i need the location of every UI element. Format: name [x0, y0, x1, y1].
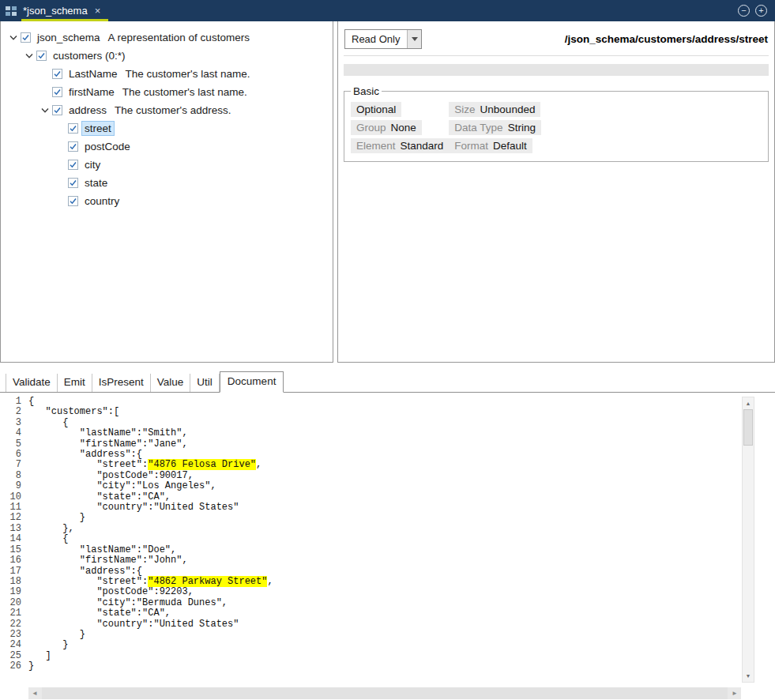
tree-item-lastname[interactable]: LastNameThe customer's last name.	[1, 65, 333, 83]
element-icon	[68, 196, 82, 206]
prop-format: FormatDefault	[449, 138, 532, 153]
line-number: 11	[0, 502, 21, 513]
code-text: "state":"CA",	[28, 492, 171, 502]
tree-item-firstname[interactable]: firstNameThe customer's last name.	[1, 83, 333, 101]
tree-item-label: state	[82, 176, 110, 190]
close-icon[interactable]: ×	[95, 5, 101, 17]
tab-ispresent[interactable]: IsPresent	[92, 374, 151, 392]
basic-fields: OptionalSizeUnboundedGroupNoneData TypeS…	[351, 102, 762, 153]
tree-item-label: country	[82, 194, 122, 208]
code-line[interactable]: 8 "postCode":90017,	[0, 471, 775, 481]
prop-group: GroupNone	[351, 120, 422, 135]
element-icon	[52, 69, 66, 79]
schema-path: /json_schema/customers/address/street	[565, 33, 768, 45]
line-number: 2	[0, 407, 21, 417]
tree-item-address[interactable]: addressThe customer's address.	[1, 101, 333, 119]
code-line[interactable]: 22 "country":"United States"	[0, 619, 775, 630]
chevron-down-icon[interactable]	[37, 108, 52, 113]
code-line[interactable]: 14 {	[0, 534, 775, 544]
horizontal-scroll-track[interactable]	[42, 687, 728, 699]
code-text: "postCode":90017,	[28, 471, 194, 481]
tab-value[interactable]: Value	[151, 374, 191, 392]
tree-item-description: The customer's last name.	[122, 86, 247, 98]
code-line[interactable]: 25 ]	[0, 651, 775, 661]
vertical-scrollbar[interactable]: ▲ ▼	[742, 397, 754, 683]
code-line[interactable]: 24 }	[0, 640, 775, 650]
prop-label: Format	[454, 140, 488, 152]
tree-item-street[interactable]: street	[1, 119, 333, 137]
code-text: "address":{	[28, 566, 142, 577]
expand-all-icon[interactable]: +	[755, 5, 767, 17]
code-line[interactable]: 23 }	[0, 630, 775, 640]
document-tab-json-schema[interactable]: *json_schema ×	[21, 0, 108, 21]
code-line[interactable]: 3 {	[0, 418, 775, 428]
code-line[interactable]: 13 },	[0, 524, 775, 534]
tree-item-country[interactable]: country	[1, 192, 333, 210]
document-editor[interactable]: 1{2 "customers":[3 {4 "lastName":"Smith"…	[0, 393, 775, 687]
line-number: 12	[0, 513, 21, 523]
code-text: {	[28, 397, 34, 407]
code-text: "postCode":92203,	[28, 587, 194, 597]
code-text: }	[28, 661, 34, 672]
collapse-all-icon[interactable]: −	[738, 5, 750, 17]
line-number: 8	[0, 471, 21, 481]
prop-value: Default	[493, 140, 527, 152]
code-line[interactable]: 9 "city":"Los Angeles",	[0, 481, 775, 491]
prop-label: Size	[454, 103, 475, 115]
chevron-down-icon[interactable]	[6, 36, 21, 40]
tree-item-state[interactable]: state	[1, 174, 333, 192]
main-split: json_schemaA representation of customers…	[0, 21, 775, 363]
line-number: 17	[0, 566, 21, 577]
tree-item-city[interactable]: city	[1, 156, 333, 174]
read-only-select[interactable]: Read Only	[344, 29, 422, 49]
tab-validate[interactable]: Validate	[6, 374, 58, 392]
vertical-scroll-thumb[interactable]	[743, 409, 753, 446]
code-line[interactable]: 20 "city":"Bermuda Dunes",	[0, 598, 775, 608]
element-icon	[68, 141, 82, 152]
tree-item-label: firstName	[66, 85, 117, 99]
code-text: "street":"4862 Parkway Street",	[28, 577, 273, 587]
chevron-down-icon[interactable]	[407, 30, 421, 48]
line-number: 16	[0, 555, 21, 566]
tree-item-postcode[interactable]: postCode	[1, 137, 333, 156]
tree-item-label: customers (0:*)	[51, 49, 128, 62]
line-number: 21	[0, 608, 21, 619]
scroll-right-icon[interactable]: ►	[728, 690, 741, 697]
app-window: *json_schema × − + json_schemaA represen…	[0, 0, 775, 700]
code-line[interactable]: 19 "postCode":92203,	[0, 587, 775, 597]
tree-item-label: json_schema	[35, 31, 103, 44]
properties-header: Read Only /json_schema/customers/address…	[344, 28, 769, 56]
code-line[interactable]: 4 "lastName":"Smith",	[0, 428, 775, 438]
tree-item-label: city	[82, 158, 103, 171]
horizontal-scrollbar[interactable]: ◄ ►	[28, 687, 741, 699]
code-text: "street":"4876 Felosa Drive",	[28, 460, 261, 470]
tree-item-json-schema[interactable]: json_schemaA representation of customers	[1, 28, 333, 47]
tab-document[interactable]: Document	[220, 371, 284, 393]
code-line[interactable]: 26}	[0, 661, 775, 672]
scroll-down-icon[interactable]: ▼	[743, 670, 754, 682]
titlebar: *json_schema × − +	[0, 0, 775, 21]
code-line[interactable]: 15 "lastName":"Doe",	[0, 545, 775, 555]
tab-emit[interactable]: Emit	[58, 374, 92, 392]
highlighted-value: "4876 Felosa Drive"	[148, 459, 256, 470]
code-line[interactable]: 10 "state":"CA",	[0, 492, 775, 502]
scroll-up-icon[interactable]: ▲	[743, 397, 754, 409]
code-area[interactable]: 1{2 "customers":[3 {4 "lastName":"Smith"…	[0, 393, 775, 672]
code-line[interactable]: 18 "street":"4862 Parkway Street",	[0, 577, 775, 587]
code-line[interactable]: 17 "address":{	[0, 566, 775, 577]
code-line[interactable]: 6 "address":{	[0, 450, 775, 460]
schema-tree-panel: json_schemaA representation of customers…	[0, 21, 333, 363]
tab-util[interactable]: Util	[190, 374, 220, 392]
prop-value: Standard	[401, 140, 444, 152]
chevron-down-icon[interactable]	[21, 54, 36, 58]
code-line[interactable]: 11 "country":"United States"	[0, 502, 775, 513]
code-line[interactable]: 5 "firstName":"Jane",	[0, 439, 775, 450]
code-line[interactable]: 21 "state":"CA",	[0, 608, 775, 619]
scroll-left-icon[interactable]: ◄	[28, 690, 41, 697]
code-line[interactable]: 2 "customers":[	[0, 407, 775, 417]
code-line[interactable]: 16 "firstName":"John",	[0, 555, 775, 566]
code-line[interactable]: 1{	[0, 397, 775, 407]
code-line[interactable]: 7 "street":"4876 Felosa Drive",	[0, 460, 775, 470]
tree-item-customers-0[interactable]: customers (0:*)	[1, 47, 333, 65]
code-line[interactable]: 12 }	[0, 513, 775, 523]
